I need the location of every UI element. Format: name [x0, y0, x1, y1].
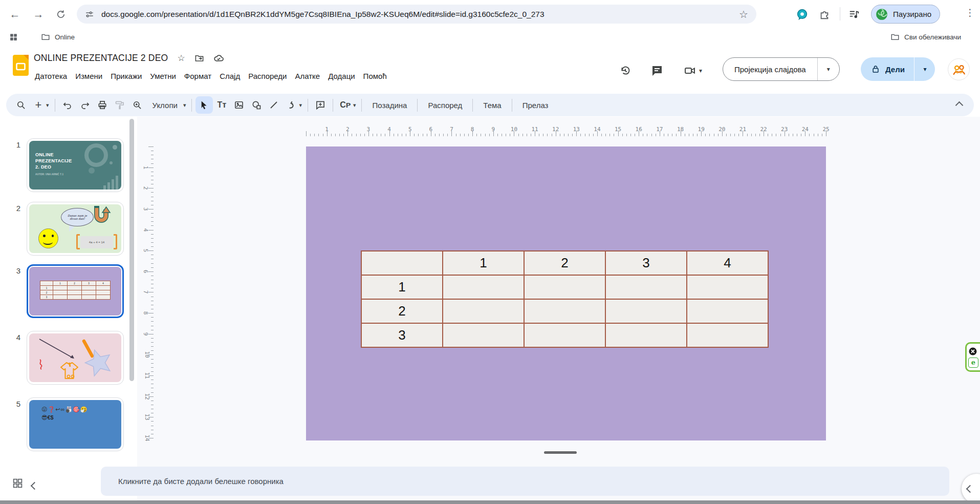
menu-addons[interactable]: Додаци — [324, 69, 359, 83]
select-cursor-icon[interactable] — [195, 96, 213, 114]
textbox-icon[interactable]: Tт — [213, 96, 230, 114]
url-text[interactable]: docs.google.com/presentation/d/1d1EQnBR2… — [101, 10, 739, 19]
forward-icon[interactable]: → — [31, 7, 46, 22]
move-folder-icon[interactable] — [194, 53, 204, 63]
insert-shape-icon[interactable] — [248, 96, 265, 114]
slides-logo[interactable] — [13, 55, 29, 76]
background-button[interactable]: Позадина — [365, 101, 413, 110]
extension-paused-button[interactable]: Паузирано — [871, 5, 940, 24]
table-cell[interactable] — [524, 275, 605, 299]
eset-icon[interactable]: e — [968, 358, 978, 368]
table-cell[interactable]: 2 — [524, 251, 605, 275]
star-document-icon[interactable]: ☆ — [177, 54, 185, 62]
insert-image-icon[interactable] — [230, 96, 248, 114]
table-cell[interactable] — [443, 323, 524, 347]
theme-button[interactable]: Тема — [476, 101, 508, 110]
transition-button[interactable]: Прелаз — [516, 101, 555, 110]
apps-grid-icon[interactable] — [9, 28, 18, 46]
print-icon[interactable] — [94, 96, 111, 114]
reload-icon[interactable] — [53, 7, 69, 22]
menu-edit[interactable]: Измени — [71, 69, 106, 83]
insert-comment-icon[interactable] — [312, 96, 329, 114]
browser-menu-icon[interactable]: ⋮ — [965, 7, 975, 18]
close-icon[interactable] — [968, 347, 977, 356]
menu-insert[interactable]: Уметни — [146, 69, 180, 83]
table-cell[interactable] — [443, 275, 524, 299]
table-cell[interactable] — [687, 299, 768, 323]
redo-icon[interactable] — [76, 96, 94, 114]
emoji-row: 😎€$ — [41, 414, 54, 421]
notes-resize-handle[interactable] — [544, 451, 577, 454]
back-icon[interactable]: ← — [7, 7, 23, 22]
table-cell[interactable]: 4 — [687, 251, 768, 275]
text-format-icon[interactable]: Cᴘ — [337, 96, 354, 114]
table-cell[interactable]: 2 — [361, 299, 443, 323]
search-menus-icon[interactable] — [12, 96, 30, 114]
table-cell[interactable] — [605, 275, 687, 299]
table-cell[interactable]: 3 — [361, 323, 443, 347]
table-cell[interactable] — [605, 323, 687, 347]
table-cell[interactable] — [361, 251, 443, 275]
bookmark-star-icon[interactable]: ☆ — [739, 9, 748, 19]
bookmark-folder-online[interactable]: Online — [41, 28, 75, 46]
table-cell[interactable] — [524, 299, 605, 323]
comments-icon[interactable] — [649, 62, 665, 79]
slideshow-button[interactable]: Пројекција слајдова ▾ — [723, 57, 840, 81]
grid-view-icon[interactable] — [12, 478, 23, 489]
table-cell[interactable] — [687, 275, 768, 299]
avatar[interactable] — [948, 58, 970, 80]
extensions-puzzle-icon[interactable] — [817, 7, 832, 22]
menu-tools[interactable]: Алатке — [291, 69, 324, 83]
chat-extension-icon[interactable] — [794, 7, 810, 22]
zoom-icon[interactable] — [128, 96, 146, 114]
fit-caret-icon[interactable]: ▾ — [183, 102, 186, 109]
reading-list-icon[interactable] — [846, 7, 862, 22]
insert-line-icon[interactable] — [265, 96, 282, 114]
filmstrip-scrollbar[interactable] — [129, 119, 134, 381]
table-cell[interactable] — [524, 323, 605, 347]
share-label: Дели — [885, 65, 905, 74]
table-cell[interactable] — [443, 299, 524, 323]
menu-arrange[interactable]: Распореди — [244, 69, 291, 83]
layout-button[interactable]: Распоред — [421, 101, 469, 110]
slideshow-caret-icon[interactable]: ▾ — [818, 66, 839, 73]
new-slide-caret-icon[interactable]: ▾ — [46, 102, 49, 109]
paint-format-icon[interactable] — [111, 96, 128, 114]
document-title[interactable]: ONLINE PREZENTACIJE 2 DEO — [34, 53, 168, 64]
menu-view[interactable]: Прикажи — [106, 69, 146, 83]
slide-number: 5 — [10, 400, 20, 408]
table-cell[interactable]: 3 — [605, 251, 687, 275]
table-cell[interactable] — [605, 299, 687, 323]
meet-camera-button[interactable]: ▾ — [680, 62, 706, 79]
menu-file[interactable]: Датотека — [31, 69, 71, 83]
version-history-icon[interactable] — [617, 62, 634, 79]
table-cell[interactable] — [687, 323, 768, 347]
format-caret-icon[interactable]: ▾ — [353, 102, 356, 109]
share-caret-icon[interactable]: ▾ — [914, 66, 935, 73]
fit-zoom-select[interactable]: Уклопи — [146, 101, 184, 110]
menu-format[interactable]: Формат — [180, 69, 215, 83]
menu-help[interactable]: Помоћ — [359, 69, 391, 83]
cloud-status-icon[interactable] — [213, 53, 224, 64]
new-slide-icon[interactable]: + — [30, 96, 47, 114]
all-bookmarks-button[interactable]: Сви обележивачи — [890, 28, 961, 46]
collapse-toolbar-icon[interactable] — [950, 96, 968, 114]
insert-curve-icon[interactable] — [282, 96, 300, 114]
antivirus-widget[interactable]: e — [965, 342, 980, 372]
slide-table[interactable]: 1 2 3 4 1 2 3 — [361, 250, 769, 348]
share-button[interactable]: Дели ▾ — [861, 57, 935, 81]
caret-down-icon: ▾ — [699, 67, 702, 74]
url-bar[interactable]: docs.google.com/presentation/d/1d1EQnBR2… — [77, 5, 756, 24]
speaker-notes-input[interactable]: Кликните да бисте додали белешке говорни… — [101, 467, 949, 496]
menu-slide[interactable]: Слајд — [215, 69, 244, 83]
undo-icon[interactable] — [59, 96, 76, 114]
emoji-row: 😜❓↩∞🎳🎯🤧 — [41, 406, 88, 413]
table-cell[interactable]: 1 — [361, 275, 443, 299]
formula-chip: 4a + 4 = 14 — [80, 236, 113, 248]
curve-caret-icon[interactable]: ▾ — [299, 102, 302, 109]
slide-canvas[interactable]: 1 2 3 4 1 2 3 — [306, 146, 826, 440]
table-cell[interactable]: 1 — [443, 251, 524, 275]
site-info-icon[interactable] — [85, 10, 94, 19]
hide-filmstrip-icon[interactable] — [32, 481, 37, 491]
show-side-panel-button[interactable] — [962, 474, 980, 503]
